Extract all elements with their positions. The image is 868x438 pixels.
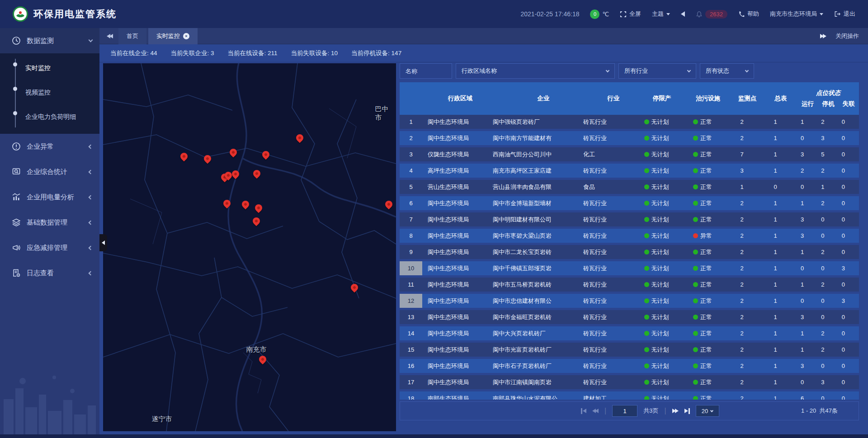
status-select[interactable]: 所有状态	[700, 63, 754, 79]
cell-company: 阆中市五马桥页岩机砖	[493, 281, 583, 289]
sidebar-item-power-analysis[interactable]: 企业用电量分析	[0, 184, 99, 210]
sidebar-item-company-statistics[interactable]: 企业综合统计	[0, 159, 99, 184]
status-dot	[693, 347, 698, 352]
cell-industry: 砖瓦行业	[583, 199, 633, 207]
submenu-label: 企业电力负荷明细	[25, 113, 76, 121]
tabs-scroll-left-button[interactable]	[107, 34, 113, 38]
fullscreen-button[interactable]: 全屏	[620, 10, 641, 18]
col-company: 企业	[498, 94, 589, 103]
tab-close-icon[interactable]: ×	[183, 33, 189, 39]
table-row[interactable]: 13 阆中生态环境局 阆中市金福旺页岩机砖 砖瓦行业 无计划 正常 2 1 3 …	[400, 310, 859, 324]
cell-facility: 正常	[680, 281, 725, 289]
cell-lost: 0	[833, 135, 854, 141]
main-content: 巴中市南充市遂宁市 行政区域名称 所有行业 所有状态 行政区域 企业 行业 停限…	[99, 62, 868, 438]
table-row[interactable]: 11 阆中生态环境局 阆中市五马桥页岩机砖 砖瓦行业 无计划 正常 2 1 1 …	[400, 278, 859, 292]
close-operations-button[interactable]: 关闭操作	[835, 32, 859, 40]
row-index: 9	[400, 245, 422, 259]
sidebar-collapse-handle[interactable]	[99, 234, 107, 251]
stat-item: 当前在线设备: 211	[228, 49, 278, 57]
cell-stop: 2	[812, 281, 833, 288]
table-row[interactable]: 4 高坪生态环境局 南充市高坪区王家店建 砖瓦行业 无计划 正常 3 1 2 2…	[400, 164, 859, 178]
notifications-button[interactable]: 2632	[696, 10, 727, 19]
table-row[interactable]: 2 阆中生态环境局 阆中市南方节能建材有 砖瓦行业 无计划 正常 2 1 0 3…	[400, 131, 859, 145]
org-user-dropdown[interactable]: 南充市生态环境局	[770, 10, 823, 18]
marquee-toggle-button[interactable]	[681, 11, 685, 17]
cell-region: 高坪生态环境局	[422, 167, 493, 175]
sidebar-item-video-monitor[interactable]: 视频监控	[0, 80, 99, 105]
col-point-status: 点位状态	[797, 89, 859, 97]
table-row[interactable]: 7 阆中生态环境局 阆中明阳建材有限公司 砖瓦行业 无计划 正常 2 1 3 0…	[400, 212, 859, 226]
status-dot	[644, 233, 649, 238]
sidebar-nav: 数据监测 实时监控 视频监控 企业电力负荷明细 企业异常 企业综合统计 企业用电…	[0, 28, 99, 438]
first-page-button[interactable]	[581, 408, 586, 414]
table-row[interactable]: 9 阆中生态环境局 阆中市二龙长宝页岩砖 砖瓦行业 无计划 正常 2 1 1 2…	[400, 245, 859, 259]
cell-industry: 砖瓦行业	[583, 134, 633, 142]
megaphone-icon	[12, 243, 21, 252]
sidebar-item-emergency-reduction[interactable]: 应急减排管理	[0, 235, 99, 260]
table-row[interactable]: 8 阆中生态环境局 阆中市枣碧大梁山页岩 砖瓦行业 无计划 异常 2 1 3 0…	[400, 229, 859, 243]
cell-stop: 2	[812, 330, 833, 337]
sidebar-item-data-monitor[interactable]: 数据监测	[0, 28, 99, 53]
cell-industry: 砖瓦行业	[583, 346, 633, 354]
cell-company: 南充市高坪区王家店建	[493, 167, 583, 175]
bell-icon	[696, 11, 703, 18]
status-dot	[693, 266, 698, 271]
cell-region: 阆中生态环境局	[422, 297, 493, 305]
cell-company: 阆中明阳建材有限公司	[493, 216, 583, 224]
theme-dropdown[interactable]: 主题	[652, 10, 670, 18]
industry-select[interactable]: 所有行业	[618, 63, 696, 79]
cell-facility: 正常	[680, 264, 725, 273]
sidebar-item-realtime-monitor[interactable]: 实时监控	[0, 56, 99, 80]
tab-home[interactable]: 首页	[118, 28, 146, 44]
cell-meters: 1	[759, 118, 792, 125]
table-row[interactable]: 17 阆中生态环境局 阆中市江南镇阆南页岩 砖瓦行业 无计划 正常 2 1 0 …	[400, 375, 859, 389]
help-button[interactable]: 帮助	[738, 10, 759, 18]
row-index: 11	[400, 278, 422, 292]
prev-page-button[interactable]	[592, 409, 599, 413]
table-row[interactable]: 5 营山生态环境局 营山县润丰肉食品有限 食品 无计划 正常 1 0 0 1 0	[400, 180, 859, 194]
page-size-select[interactable]: 20	[696, 405, 719, 417]
table-row[interactable]: 12 阆中生态环境局 阆中市忠信建材有限公 砖瓦行业 无计划 正常 2 1 0 …	[400, 294, 859, 308]
logout-button[interactable]: 退出	[834, 10, 855, 18]
cell-region: 营山生态环境局	[422, 183, 493, 191]
table-row[interactable]: 10 阆中生态环境局 阆中千佛镇五郎垭页岩 砖瓦行业 无计划 正常 2 1 0 …	[400, 261, 859, 275]
cell-facility: 正常	[680, 297, 725, 305]
tabs-scroll-right-button[interactable]	[820, 34, 826, 38]
sidebar-item-power-load-detail[interactable]: 企业电力负荷明细	[0, 105, 99, 129]
cell-facility: 正常	[680, 118, 725, 126]
map-canvas[interactable]: 巴中市南充市遂宁市	[103, 63, 396, 431]
sidebar-item-company-abnormal[interactable]: 企业异常	[0, 134, 99, 159]
sidebar-item-basic-data[interactable]: 基础数据管理	[0, 210, 99, 235]
cell-points: 2	[725, 379, 759, 386]
table-row[interactable]: 14 阆中生态环境局 阆中大兴页岩机砖厂 砖瓦行业 无计划 正常 2 1 1 2…	[400, 326, 859, 340]
table-row[interactable]: 1 阆中生态环境局 阆中强锐页岩砖厂 砖瓦行业 无计划 正常 2 1 1 2 0	[400, 115, 859, 129]
status-dot	[644, 168, 649, 173]
sidebar-item-label: 企业用电量分析	[27, 193, 89, 202]
table-row[interactable]: 6 阆中生态环境局 阆中市金博瑞新型墙材 砖瓦行业 无计划 正常 2 1 1 2…	[400, 196, 859, 210]
name-search-input[interactable]	[400, 63, 452, 79]
table-row[interactable]: 15 阆中生态环境局 阆中市光富页岩机砖厂 砖瓦行业 无计划 正常 2 1 1 …	[400, 343, 859, 357]
region-select[interactable]: 行政区域名称	[456, 63, 615, 79]
next-page-button[interactable]	[672, 409, 679, 413]
last-page-button[interactable]	[684, 408, 690, 414]
table-row[interactable]: 16 阆中生态环境局 阆中市石子页岩机砖厂 砖瓦行业 无计划 正常 2 1 3 …	[400, 359, 859, 373]
tab-realtime-monitor[interactable]: 实时监控 ×	[148, 28, 198, 44]
cell-run: 2	[792, 167, 812, 174]
page-number-input[interactable]	[612, 405, 637, 417]
table-row[interactable]: 18 南部生态环境局 南部县珠华山水泥有限公 建材加工 无计划 正常 2 1 6…	[400, 391, 859, 400]
cell-meters: 1	[759, 346, 792, 353]
col-point-status-group: 点位状态 运行 停机 失联	[797, 89, 859, 108]
cell-industry: 砖瓦行业	[583, 232, 633, 240]
cell-lost: 0	[833, 216, 854, 223]
status-dot	[644, 298, 649, 303]
cell-stop: 2	[812, 249, 833, 255]
table-row[interactable]: 3 仪陇生态环境局 西南油气田分公司川中 化工 无计划 正常 7 1 3 5 0	[400, 147, 859, 161]
col-points: 监测点	[731, 94, 764, 103]
cell-points: 2	[725, 395, 759, 400]
stat-item: 当前失联设备: 10	[291, 49, 338, 57]
temperature-unit: ℃	[602, 11, 609, 18]
cell-run: 3	[792, 232, 812, 239]
row-index: 17	[400, 375, 422, 389]
sidebar-item-log-view[interactable]: 日志查看	[0, 260, 99, 286]
cell-meters: 1	[759, 265, 792, 272]
